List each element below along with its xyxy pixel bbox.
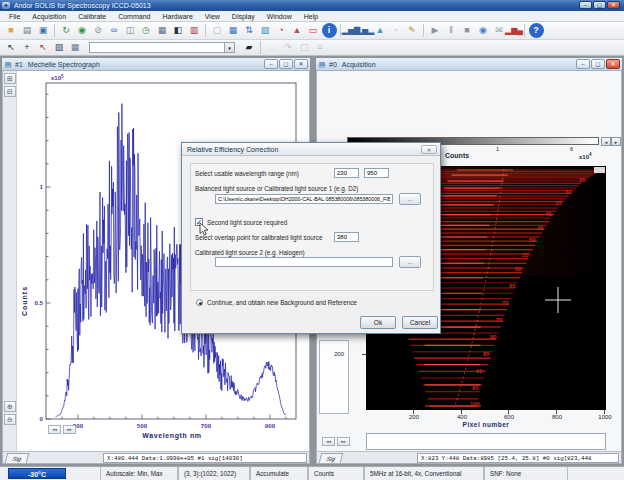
overlap-value-field[interactable] [334,232,359,242]
colorbar-right-arrow[interactable]: ▸ [611,137,621,146]
red-region-icon[interactable]: ▭ [306,23,321,38]
app-titlebar: ◈ Andor SOLIS for Spectroscopy ICCD-0501… [0,0,624,11]
window1-titlebar[interactable]: ▤ #1 Mechelle Spectrograph ‒ ◻ ✕ [2,58,310,71]
zoom-region-tool-icon[interactable]: ▧ [52,40,67,55]
maximize-app-button[interactable]: ◻ [593,1,606,9]
menu-window[interactable]: Window [261,11,298,22]
scroll-left-button[interactable]: ◂◂ [322,437,335,446]
cancel-button[interactable]: Cancel [402,316,438,329]
combobox-input[interactable] [90,43,224,52]
zoom-out-button[interactable]: ⊖ [4,414,16,425]
chart-display-icon[interactable]: ▂▆▄ [508,24,521,37]
plot-tool-button-1[interactable]: ⊞ [4,73,16,84]
clock-icon[interactable]: ◷ [139,23,154,38]
continue-radio[interactable] [196,299,203,306]
menu-help[interactable]: Help [298,11,324,22]
maximize-window-button[interactable]: ◻ [591,59,605,69]
disabled-tool-icon[interactable]: ▫ [389,23,404,38]
signal-combobox[interactable]: ▾ [89,42,235,53]
close-dialog-button[interactable]: ✕ [421,145,437,154]
browse-source1-button[interactable]: ... [399,193,421,205]
cursor-tool-icon[interactable]: ↖ [4,40,19,55]
toolbar-separator [54,24,55,37]
marker-tool-icon[interactable]: ↖ [36,40,51,55]
menu-hardware[interactable]: Hardware [156,11,198,22]
film-icon[interactable]: ▥ [187,23,202,38]
region-icon[interactable]: ▢ [210,23,225,38]
open-file-icon[interactable]: ■ [4,23,19,38]
plot-tool-button-2[interactable]: ⊟ [4,86,16,97]
sig-tab[interactable]: Sig [5,453,29,463]
minimize-window-button[interactable]: ‒ [264,59,278,69]
menu-calibrate[interactable]: Calibrate [72,11,112,22]
svg-text:75: 75 [496,317,503,323]
pause-icon[interactable]: ‖ [444,23,459,38]
app-icon: ◈ [2,2,10,9]
disabled-rotate-icon[interactable]: ↷ [281,40,296,55]
close-window-button[interactable]: ✕ [606,59,620,69]
grid-tool-icon[interactable]: ▦ [68,40,83,55]
new-display-icon[interactable]: ▧ [258,23,273,38]
scroll-right-button[interactable]: ▸▸ [337,437,350,446]
contrast-icon[interactable]: ◧ [171,23,186,38]
refresh-icon[interactable]: ↻ [59,23,74,38]
menu-command[interactable]: Command [112,11,156,22]
svg-text:40: 40 [545,211,551,217]
close-window-button[interactable]: ✕ [294,59,308,69]
annotate-pen-icon[interactable]: ✎ [405,23,420,38]
disabled-shape-icon[interactable]: ◌ [265,40,280,55]
record-icon[interactable]: ◉ [75,23,90,38]
image-x-tick-label: 1000 [596,414,614,420]
link-icon[interactable]: ∞ [107,23,122,38]
scroll-left-button[interactable]: ◂◂ [48,425,61,434]
sig-tab[interactable]: Sig [319,453,343,463]
colorbar-left-arrow[interactable]: ◂ [601,137,611,146]
tile-windows-icon[interactable]: ▦ [226,23,241,38]
menu-acquisition[interactable]: Acquisition [26,11,72,22]
colorbar-title: Counts [445,152,469,159]
window0-titlebar[interactable]: ▤ #0 Acquisition ‒ ◻ ✕ [316,58,622,71]
browse-source2-button[interactable]: ... [399,256,421,268]
area-chart-icon[interactable]: ▲ [290,23,305,38]
pie-chart-icon[interactable]: ◔ [274,23,289,38]
source1-path-field[interactable] [215,194,393,204]
disabled-page-icon[interactable]: ▢ [297,40,312,55]
print-icon[interactable]: ▤ [20,23,35,38]
minimize-app-button[interactable]: ‒ [579,1,592,9]
menu-file[interactable]: File [3,11,26,22]
disabled-list-icon[interactable]: ≡ [313,40,328,55]
annotation-box[interactable] [366,433,606,450]
image-display-icon[interactable]: ▲ [373,23,388,38]
display-mode-icon[interactable]: ▰ [242,40,257,55]
temperature-status[interactable]: -30°C [8,468,66,479]
crosshair-tool-icon[interactable]: + [20,40,35,55]
maximize-window-button[interactable]: ◻ [279,59,293,69]
range-min-field[interactable] [334,168,359,178]
info-icon[interactable]: i [322,23,337,38]
save-icon[interactable]: ▣ [36,23,51,38]
schedule-icon[interactable]: ◫ [123,23,138,38]
run-icon[interactable]: ▶ [428,23,443,38]
source2-path-field[interactable] [215,257,393,267]
histogram-2-icon[interactable]: ▂▅▂ [359,24,372,37]
cancel-icon[interactable]: ⊘ [91,23,106,38]
cursor-status-readout: X:823 Y:448 Data:8985 [25.4, 25.8] #0 si… [417,453,619,463]
dialog-titlebar[interactable]: Relative Efficiency Correction [182,143,440,156]
menu-display[interactable]: Display [226,11,261,22]
menubar: FileAcquisitionCalibrateCommandHardwareV… [0,11,624,22]
ok-button[interactable]: Ok [360,316,396,329]
svg-text:500: 500 [137,422,148,429]
toolbar-separator [205,24,206,37]
zoom-in-button[interactable]: ⊕ [4,401,16,412]
help-icon[interactable]: ? [529,23,544,38]
data-table-icon[interactable]: ▦ [155,23,170,38]
scroll-right-button[interactable]: ▸▸ [63,425,76,434]
stop-icon[interactable]: ■ [460,23,475,38]
chevron-down-icon[interactable]: ▾ [224,43,234,52]
close-app-button[interactable]: ✕ [607,1,620,9]
snapshot-icon[interactable]: ◉ [476,23,491,38]
range-max-field[interactable] [364,168,389,178]
minimize-window-button[interactable]: ‒ [576,59,590,69]
sort-updown-icon[interactable]: ⇅ [242,23,257,38]
menu-view[interactable]: View [199,11,226,22]
